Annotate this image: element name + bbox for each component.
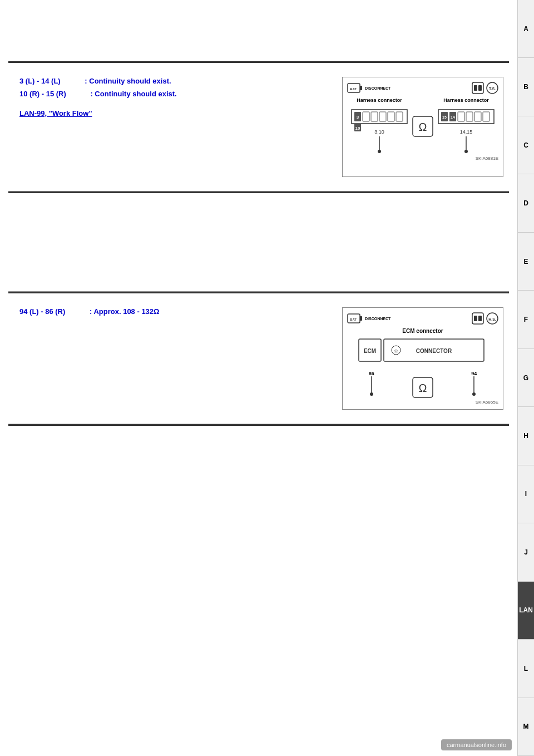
svg-rect-28 — [458, 112, 464, 121]
main-content: 3 (L) - 14 (L) : Continuity should exist… — [0, 0, 517, 552]
tab-b[interactable]: B — [518, 58, 534, 116]
svg-text:BAT: BAT — [350, 318, 357, 321]
tab-g[interactable]: G — [518, 349, 534, 407]
watermark: carmanualsonline.info — [441, 739, 512, 750]
tab-l[interactable]: L — [518, 640, 534, 698]
connector-icon-top — [472, 82, 484, 94]
ecm-connector-diagram: ECM CONNECTOR Ω — [356, 336, 490, 370]
tab-e[interactable]: E — [518, 233, 534, 291]
tab-lan[interactable]: LAN — [518, 582, 534, 640]
svg-text:14,15: 14,15 — [460, 129, 473, 135]
svg-text:10: 10 — [355, 126, 360, 131]
section1-check2: : Continuity should exist. — [90, 90, 176, 98]
section-1-diagram: BAT DISCONNECT — [337, 71, 509, 183]
tab-f[interactable]: F — [518, 291, 534, 348]
svg-rect-29 — [466, 112, 473, 121]
ohm-symbol: Ω — [412, 115, 434, 138]
svg-text:3,10: 3,10 — [374, 129, 384, 135]
section-2 — [8, 192, 509, 292]
section-1-left: 3 (L) - 14 (L) : Continuity should exist… — [8, 71, 337, 183]
tab-m[interactable]: M — [518, 698, 534, 756]
svg-rect-1 — [360, 86, 362, 90]
section1-diagram-label2: Harness connector — [434, 97, 498, 103]
section3-pin-right: 94 — [466, 371, 482, 376]
watermark-text: carmanualsonline.info — [441, 739, 512, 750]
ohm-symbol-2: Ω — [412, 376, 434, 399]
svg-point-54 — [472, 392, 476, 396]
section1-link[interactable]: LAN-99, "Work Flow" — [19, 109, 92, 117]
svg-rect-31 — [483, 112, 490, 121]
wire-ecm-right — [466, 376, 482, 396]
svg-point-50 — [370, 392, 373, 396]
tab-a[interactable]: A — [518, 0, 534, 58]
section3-diagram-code: SKIA6865E — [347, 400, 498, 405]
bat-icon: BAT — [347, 82, 363, 94]
svg-rect-30 — [474, 112, 481, 121]
svg-text:Ω: Ω — [419, 382, 427, 394]
section1-diagram-label1: Harness connector — [347, 97, 412, 103]
wire-left — [371, 136, 388, 153]
svg-text:ECM: ECM — [364, 348, 376, 354]
svg-point-20 — [378, 150, 381, 153]
svg-text:BAT: BAT — [350, 87, 357, 91]
section3-diagram-label: ECM connector — [347, 328, 498, 334]
svg-rect-39 — [474, 316, 477, 321]
section3-pin-left: 86 — [363, 371, 380, 376]
section1-line2: 10 (R) - 15 (R) — [19, 90, 66, 98]
wire-ecm-left — [363, 376, 380, 396]
svg-point-34 — [464, 150, 468, 153]
svg-text:CONNECTOR: CONNECTOR — [416, 348, 452, 354]
section3-diagram-box: BAT DISCONNECT — [342, 307, 503, 410]
svg-text:H.S.: H.S. — [488, 317, 496, 321]
section-3: 94 (L) - 86 (R) : Approx. 108 - 132Ω BAT — [8, 292, 509, 424]
svg-text:14: 14 — [451, 115, 455, 119]
section-3-diagram: BAT DISCONNECT — [337, 302, 509, 415]
hs-icon: H.S. — [486, 312, 498, 325]
section3-check1: : Approx. 108 - 132Ω — [90, 307, 160, 316]
svg-text:T.S.: T.S. — [489, 87, 496, 91]
svg-rect-4 — [474, 85, 477, 91]
connector-icon-2 — [472, 312, 484, 325]
svg-rect-5 — [478, 85, 482, 91]
svg-rect-40 — [478, 316, 482, 321]
section-1: 3 (L) - 14 (L) : Continuity should exist… — [8, 61, 509, 192]
bat-icon-2: BAT — [347, 312, 363, 325]
section-4 — [8, 424, 509, 547]
section1-check1: : Continuity should exist. — [85, 77, 171, 85]
svg-rect-14 — [388, 112, 394, 121]
svg-text:Ω: Ω — [419, 121, 427, 133]
harness-connector-left: 3 10 3,10 — [349, 104, 410, 135]
svg-rect-12 — [371, 112, 378, 121]
section1-diagram-box: BAT DISCONNECT — [342, 77, 503, 177]
svg-rect-13 — [379, 112, 386, 121]
ts-icon: T.S. — [486, 82, 498, 94]
svg-rect-15 — [396, 112, 403, 121]
harness-connector-right: 15 14 14,15 — [436, 104, 497, 135]
tab-c[interactable]: C — [518, 116, 534, 174]
tab-d[interactable]: D — [518, 174, 534, 232]
tab-i[interactable]: I — [518, 465, 534, 523]
svg-text:3: 3 — [357, 115, 359, 120]
svg-text:15: 15 — [442, 115, 447, 119]
tab-h[interactable]: H — [518, 407, 534, 465]
section3-line1: 94 (L) - 86 (R) — [19, 307, 65, 316]
svg-rect-36 — [360, 316, 362, 321]
section1-diagram-code: SKIA6881E — [347, 156, 498, 161]
section1-line1: 3 (L) - 14 (L) — [19, 77, 61, 85]
section-3-left: 94 (L) - 86 (R) : Approx. 108 - 132Ω — [8, 302, 337, 415]
wire-right — [458, 136, 474, 153]
side-tabs: A B C D E F G H I J LAN L M — [517, 0, 534, 756]
svg-rect-11 — [363, 112, 369, 121]
svg-text:Ω: Ω — [394, 348, 398, 354]
tab-j[interactable]: J — [518, 523, 534, 581]
